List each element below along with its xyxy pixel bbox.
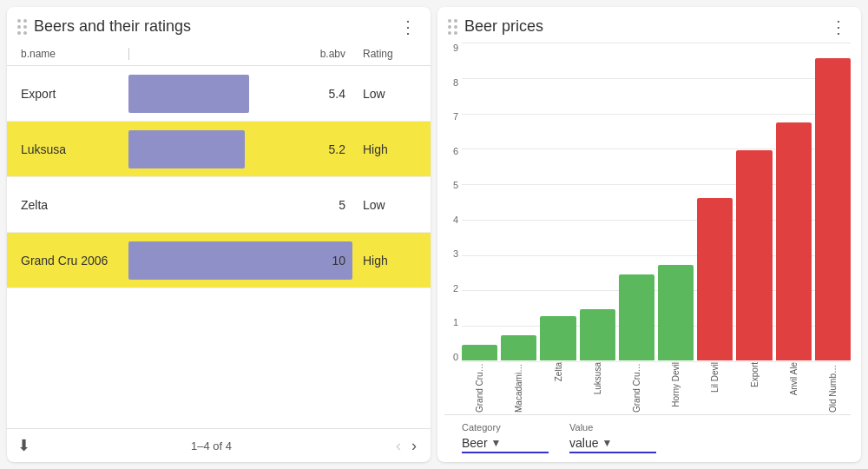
abv-value: 5 [339,198,345,212]
cell-abv: 5.2 [128,142,352,156]
cell-rating: Low [352,87,431,101]
abv-bar [128,75,249,113]
y-axis-label: 4 [444,215,458,225]
y-axis-label: 8 [444,77,458,88]
abv-value: 5.4 [329,87,345,101]
x-axis-label: Grand Cru 2006 [632,362,641,413]
x-label-col: Grand Cru 2003 [462,362,497,414]
more-icon-left[interactable]: ⋮ [399,18,417,36]
right-panel-title: Beer prices [464,17,823,36]
value-control: Value value ▼ [569,422,656,453]
bar-col [658,43,694,360]
bar-rect [501,335,536,360]
category-label: Category [462,422,549,433]
value-label: Value [569,422,656,433]
y-axis-label: 1 [444,317,458,327]
table-row: Grand Cru 200610High [7,233,431,288]
right-panel: Beer prices ⋮ 0123456789 Grand Cru 2003M… [437,7,861,462]
prev-button[interactable]: ‹ [392,436,404,455]
x-label-col: Lil Devil [697,362,733,414]
bar-rect [736,150,772,360]
x-label-col: Zelta [540,362,575,414]
cell-name: Export [7,87,128,101]
bar-rect [776,122,812,361]
cell-abv: 10 [128,254,352,268]
cell-name: Luksusa [7,142,128,156]
col-header-rating: Rating [352,48,431,60]
col-header-name: b.name [7,48,128,60]
bar-col [815,43,851,360]
bar-rect [815,58,851,360]
y-axis: 0123456789 [444,43,462,414]
category-select[interactable]: Beer ▼ [462,436,549,453]
table-body: Export5.4LowLuksusa5.2HighZelta5LowGrand… [7,66,431,428]
bar-col [736,43,772,360]
cell-rating: Low [352,198,431,212]
bar-col [697,43,733,360]
right-panel-header: Beer prices ⋮ [437,7,861,43]
download-button[interactable]: ⬇ [17,436,30,455]
category-control: Category Beer ▼ [462,422,549,453]
category-value: Beer [462,436,488,450]
table-footer: ⬇ 1–4 of 4 ‹ › [7,428,431,462]
bar-col [619,43,654,360]
x-label-col: Old Numbskull & [815,362,851,414]
next-button[interactable]: › [408,436,420,455]
more-icon-right[interactable]: ⋮ [830,18,847,36]
x-axis-label: Luksusa [593,362,602,394]
chart-wrapper: 0123456789 Grand Cru 2003Macadamia NutZe… [444,43,851,414]
value-dropdown-arrow: ▼ [602,437,612,449]
chart-area: 0123456789 Grand Cru 2003Macadamia NutZe… [437,43,861,462]
table-row: Luksusa5.2High [7,122,431,177]
cell-name: Zelta [7,198,128,212]
bar-rect [658,265,694,360]
x-axis-label: Zelta [554,362,563,381]
cell-abv: 5.4 [128,87,352,101]
bar-col [776,43,812,360]
category-dropdown-arrow: ▼ [491,437,502,449]
bar-col [462,43,497,360]
x-label-col: Export [736,362,772,414]
x-label-col: Horny Devil [658,362,694,414]
x-axis-label: Macadamia Nut [514,362,523,413]
x-label-col: Grand Cru 2006 [619,362,654,414]
drag-icon-left[interactable] [17,19,27,35]
left-panel-title: Beers and their ratings [34,17,392,36]
table-header: b.name b.abv Rating [7,43,431,66]
y-axis-label: 0 [444,352,458,362]
col-header-abv: b.abv [128,48,352,60]
drag-icon-right[interactable] [448,19,457,35]
y-axis-label: 6 [444,146,458,156]
abv-bar [128,241,352,280]
x-axis-label: Export [750,362,760,387]
value-select[interactable]: value ▼ [569,436,656,453]
y-axis-label: 9 [444,43,458,53]
bar-rect [697,198,733,360]
bar-rect [619,274,654,360]
chart-controls: Category Beer ▼ Value value ▼ [444,414,851,462]
cell-abv: 5 [128,198,352,212]
left-panel: Beers and their ratings ⋮ b.name b.abv R… [7,7,431,462]
x-labels: Grand Cru 2003Macadamia NutZeltaLuksusaG… [462,362,851,414]
pagination-info: 1–4 of 4 [37,439,385,452]
bar-col [501,43,536,360]
bar-col [580,43,615,360]
abv-value: 10 [332,254,345,268]
y-axis-label: 7 [444,111,458,122]
x-axis-label: Horny Devil [671,362,681,407]
table-container: b.name b.abv Rating Export5.4LowLuksusa5… [7,43,431,428]
table-row: Zelta5Low [7,177,431,233]
x-axis-label: Lil Devil [710,362,720,393]
x-axis-label: Old Numbskull & [828,362,838,413]
y-axis-label: 3 [444,248,458,259]
left-panel-header: Beers and their ratings ⋮ [7,7,431,43]
x-label-col: Macadamia Nut [501,362,536,414]
y-axis-label: 2 [444,283,458,294]
pagination-nav: ‹ › [392,436,420,455]
bar-col [540,43,575,360]
abv-bar [128,130,245,168]
cell-name: Grand Cru 2006 [7,254,128,268]
table-row: Export5.4Low [7,66,431,122]
chart-inner: Grand Cru 2003Macadamia NutZeltaLuksusaG… [462,43,851,414]
bar-rect [540,316,575,360]
